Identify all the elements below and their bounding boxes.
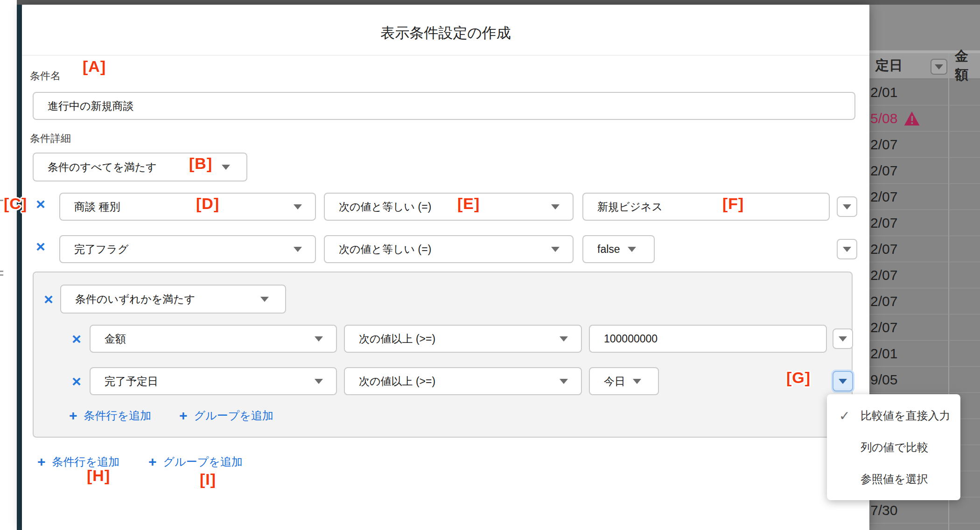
group-row2-operator-select[interactable]: 次の値以上 (>=)	[344, 367, 582, 395]
page: 定日 金額 2/015/082/072/072/072/072/072/072/…	[0, 0, 980, 530]
remove-row-button[interactable]: ×	[36, 238, 45, 254]
date-cell: 7/30	[870, 502, 897, 518]
plus-icon: +	[69, 408, 77, 424]
chevron-down-icon	[935, 64, 943, 70]
condition-name-label: 条件名	[30, 69, 61, 83]
annotation-f: [F]	[722, 195, 744, 213]
group-add-group-link[interactable]: + グループを追加	[179, 408, 273, 424]
row2-field-select[interactable]: 完了フラグ	[59, 235, 316, 263]
menu-item-select-reference[interactable]: 参照値を選択	[827, 463, 960, 495]
edge-mark	[0, 271, 3, 272]
chevron-down-icon	[315, 379, 323, 384]
group-row2-value-type-button[interactable]	[833, 371, 853, 391]
warning-icon	[904, 112, 920, 126]
table-row: 2/07	[869, 132, 980, 158]
group-row2-value: 今日	[604, 374, 625, 389]
chevron-down-icon	[260, 297, 269, 302]
row1-value: 新規ビジネス	[597, 200, 663, 214]
row2-value-select[interactable]: false	[582, 235, 655, 263]
chevron-down-icon	[560, 336, 568, 342]
checkmark-icon: ✓	[839, 408, 855, 424]
menu-item-compare-column[interactable]: 列の値で比較	[827, 432, 960, 463]
table-row: 5/08	[869, 105, 980, 132]
row2-value-type-button[interactable]	[837, 239, 857, 259]
table-row: 9/05	[869, 367, 980, 393]
annotation-i: [I]	[200, 470, 216, 488]
remove-row-button[interactable]: ×	[36, 196, 45, 212]
date-cell: 2/07	[870, 137, 897, 153]
chevron-down-icon	[560, 379, 568, 384]
background-table-top	[869, 5, 980, 50]
group-row2-field-value: 完了予定日	[105, 374, 158, 389]
root-operator-select[interactable]: 条件のすべてを満たす	[33, 153, 247, 181]
remove-group-button[interactable]: ×	[44, 291, 53, 307]
group-row1-value-type-button[interactable]	[833, 328, 853, 349]
group-operator-value: 条件のいずれかを満たす	[75, 292, 195, 307]
date-cell: 2/07	[870, 267, 897, 283]
group-row1-value-input[interactable]: 100000000	[589, 325, 827, 353]
condition-detail-label: 条件詳細	[30, 132, 71, 146]
chevron-down-icon	[551, 247, 560, 252]
table-row: 2/01	[869, 79, 980, 105]
chevron-down-icon	[843, 204, 851, 209]
date-cell: 2/01	[870, 84, 897, 100]
column-header-date: 定日	[875, 56, 903, 75]
annotation-g: [G]	[786, 369, 811, 387]
column-filter-button[interactable]	[931, 59, 947, 75]
chevron-down-icon	[633, 379, 641, 384]
add-group-link[interactable]: + グループを追加	[148, 454, 243, 470]
add-group-label: グループを追加	[163, 454, 243, 469]
condition-group: × 条件のいずれかを満たす × 金額 次の値以上 (>=) 100000000	[33, 272, 853, 438]
value-type-menu: ✓ 比較値を直接入力 列の値で比較 参照値を選択	[827, 394, 960, 500]
dialog-title: 表示条件設定の作成	[22, 23, 869, 43]
group-row2-operator-value: 次の値以上 (>=)	[359, 374, 435, 389]
menu-item-label: 列の値で比較	[861, 440, 928, 455]
annotation-e: [E]	[457, 195, 480, 213]
date-cell: 2/01	[870, 346, 897, 362]
group-row1-operator-value: 次の値以上 (>=)	[359, 332, 435, 346]
chevron-down-icon	[315, 336, 323, 342]
group-row2-field-select[interactable]: 完了予定日	[90, 367, 337, 395]
group-row1-field-select[interactable]: 金額	[90, 325, 337, 353]
plus-icon: +	[37, 454, 46, 470]
date-cell: 2/07	[870, 293, 897, 309]
row1-field-value: 商談 種別	[74, 200, 120, 214]
group-row2-value-select[interactable]: 今日	[589, 367, 659, 395]
table-row: 7/30	[869, 497, 980, 523]
table-row: 2/07	[869, 184, 980, 210]
menu-item-label: 比較値を直接入力	[861, 408, 951, 423]
date-cell: 2/07	[870, 163, 897, 179]
chevron-down-icon	[628, 247, 636, 252]
table-row	[869, 523, 980, 530]
group-operator-select[interactable]: 条件のいずれかを満たす	[60, 285, 286, 314]
annotation-d: [D]	[196, 195, 219, 213]
table-row: 2/07	[869, 210, 980, 236]
menu-item-direct-input[interactable]: ✓ 比較値を直接入力	[827, 400, 960, 432]
row2-operator-select[interactable]: 次の値と等しい (=)	[324, 235, 574, 263]
row2-value: false	[597, 243, 620, 256]
group-add-row-link[interactable]: + 条件行を追加	[69, 408, 151, 424]
condition-name-input[interactable]: 進行中の新規商談	[33, 92, 855, 120]
create-condition-dialog: 表示条件設定の作成 条件名 進行中の新規商談 条件詳細 条件のすべてを満たす ×…	[22, 5, 869, 530]
chevron-down-icon	[839, 379, 847, 384]
background-top-toolbar	[17, 0, 980, 5]
row1-operator-select[interactable]: 次の値と等しい (=)	[324, 193, 574, 221]
group-row1-operator-select[interactable]: 次の値以上 (>=)	[344, 325, 582, 353]
group-add-group-label: グループを追加	[194, 408, 273, 423]
chevron-down-icon	[222, 165, 230, 170]
row1-field-select[interactable]: 商談 種別	[59, 193, 316, 221]
root-operator-value: 条件のすべてを満たす	[48, 160, 157, 174]
table-row: 2/07	[869, 158, 980, 184]
group-row1-field-value: 金額	[105, 332, 126, 346]
chevron-down-icon	[843, 247, 851, 252]
chevron-down-icon	[839, 336, 847, 342]
row1-value-input[interactable]: 新規ビジネス	[582, 193, 830, 221]
row1-value-type-button[interactable]	[837, 196, 857, 217]
edge-mark	[0, 274, 3, 276]
chevron-down-icon	[551, 204, 560, 209]
remove-row-button[interactable]: ×	[72, 373, 81, 389]
row1-operator-value: 次の値と等しい (=)	[339, 200, 431, 214]
remove-row-button[interactable]: ×	[72, 331, 81, 347]
menu-item-label: 参照値を選択	[861, 472, 928, 487]
divider	[22, 55, 869, 56]
